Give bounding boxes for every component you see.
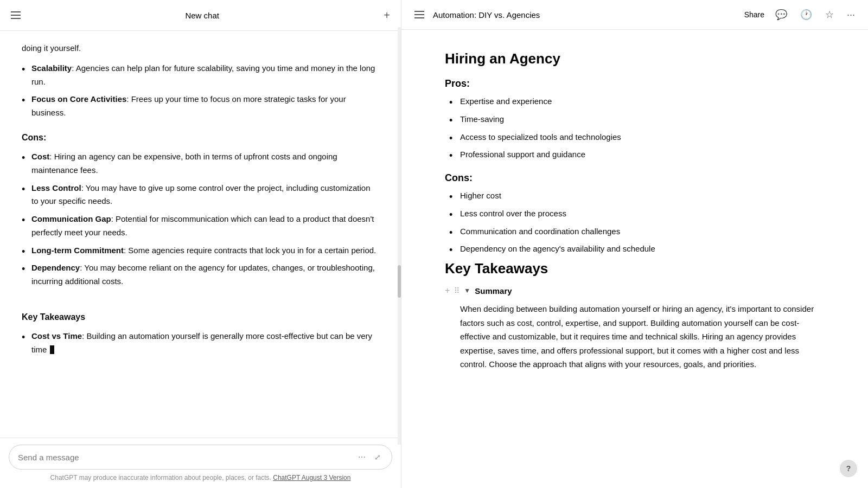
right-hamburger-icon — [414, 11, 424, 18]
summary-header: + ⠿ ▼ Summary — [445, 286, 825, 296]
chat-text: doing it yourself. Scalability: Agencies… — [22, 42, 379, 357]
right-pros-list: Expertise and experience Time-saving Acc… — [445, 95, 825, 162]
summary-content: When deciding between building automatio… — [445, 302, 825, 371]
left-panel: New chat + doing it yourself. Scalabilit… — [0, 0, 401, 488]
takeaways-list: Cost vs Time: Building an automation you… — [22, 330, 379, 357]
list-item: Less control over the process — [445, 207, 825, 221]
longterm-bold: Long-term Commitment — [31, 246, 124, 255]
help-button[interactable]: ? — [840, 460, 857, 477]
cost-bold: Cost — [31, 152, 49, 161]
menu-button[interactable] — [9, 9, 23, 21]
comm-gap-bold: Communication Gap — [31, 214, 111, 223]
pros-heading: Pros: — [445, 78, 825, 89]
more-options-icon[interactable]: ··· — [845, 7, 857, 23]
cons-heading: Cons: — [445, 172, 825, 184]
chat-input-icons: ⋯ ⤢ — [356, 451, 383, 464]
right-header: Automation: DIY vs. Agencies Share 💬 🕐 ☆… — [401, 0, 868, 30]
right-panel: Automation: DIY vs. Agencies Share 💬 🕐 ☆… — [401, 0, 868, 488]
history-icon[interactable]: 🕐 — [798, 7, 814, 23]
scalability-bold: Scalability — [31, 63, 72, 73]
list-item: Time-saving — [445, 113, 825, 126]
pros-list: Scalability: Agencies can help plan for … — [22, 62, 379, 120]
list-item: Dependency on the agency's availability … — [445, 242, 825, 256]
hamburger-icon — [11, 11, 21, 19]
chat-content: doing it yourself. Scalability: Agencies… — [0, 31, 401, 438]
summary-label: Summary — [475, 286, 512, 296]
list-item: Communication Gap: Potential for miscomm… — [22, 213, 379, 240]
left-header: New chat + — [0, 0, 401, 31]
list-item: Scalability: Agencies can help plan for … — [22, 62, 379, 89]
comment-icon[interactable]: 💬 — [773, 7, 789, 23]
cons-title: Cons: — [22, 131, 379, 145]
list-item: Communication and coordination challenge… — [445, 225, 825, 239]
footer-disclaimer: ChatGPT may produce inaccurate informati… — [50, 474, 273, 481]
chat-input-area: ⋯ ⤢ ChatGPT may produce inaccurate infor… — [0, 438, 401, 488]
attach-icon[interactable]: ⋯ — [356, 451, 368, 464]
intro-text: doing it yourself. — [22, 42, 379, 55]
takeaways-section: Key Takeaways + ⠿ ▼ Summary When decidin… — [445, 260, 825, 371]
footer-version-link[interactable]: ChatGPT August 3 Version — [273, 474, 350, 481]
less-control-bold: Less Control — [31, 183, 81, 192]
expand-icon[interactable]: ⤢ — [372, 451, 383, 464]
footer-text: ChatGPT may produce inaccurate informati… — [9, 474, 392, 484]
takeaways-title-left: Key Takeaways — [22, 310, 379, 324]
dependency-bold: Dependency — [31, 263, 80, 272]
list-item: Less Control: You may have to give up so… — [22, 182, 379, 209]
list-item: Expertise and experience — [445, 95, 825, 108]
star-icon[interactable]: ☆ — [823, 7, 836, 23]
list-item: Cost vs Time: Building an automation you… — [22, 330, 379, 357]
takeaways-heading: Key Takeaways — [445, 260, 825, 277]
focus-bold: Focus on Core Activities — [31, 94, 126, 104]
summary-block: + ⠿ ▼ Summary When deciding between buil… — [445, 286, 825, 371]
list-item: Professional support and guidance — [445, 148, 825, 162]
drag-handle-icon[interactable]: ⠿ — [454, 286, 459, 295]
new-chat-button[interactable]: + — [381, 8, 392, 23]
toggle-icon[interactable]: ▼ — [464, 287, 470, 294]
add-block-icon[interactable]: + — [445, 286, 450, 296]
list-item: Higher cost — [445, 189, 825, 203]
right-header-actions: Share 💬 🕐 ☆ ··· — [744, 7, 857, 23]
scrollbar-track[interactable] — [398, 27, 401, 445]
chat-input-box: ⋯ ⤢ — [9, 445, 392, 470]
right-cons-list: Higher cost Less control over the proces… — [445, 189, 825, 256]
section-heading: Hiring an Agency — [445, 50, 825, 67]
list-item: Cost: Hiring an agency can be expensive,… — [22, 150, 379, 177]
list-item: Long-term Commitment: Some agencies requ… — [22, 244, 379, 258]
list-item: Access to specialized tools and technolo… — [445, 131, 825, 144]
list-item: Dependency: You may become reliant on th… — [22, 261, 379, 288]
scrollbar-thumb[interactable] — [398, 265, 401, 298]
typing-cursor — [50, 345, 54, 354]
right-menu-button[interactable] — [412, 9, 426, 21]
document-title: Automation: DIY vs. Agencies — [433, 10, 738, 20]
message-input[interactable] — [18, 453, 356, 462]
chat-title: New chat — [185, 11, 219, 20]
cons-list: Cost: Hiring an agency can be expensive,… — [22, 150, 379, 288]
share-button[interactable]: Share — [744, 10, 764, 19]
list-item: Focus on Core Activities: Frees up your … — [22, 93, 379, 120]
right-content: Hiring an Agency Pros: Expertise and exp… — [401, 30, 868, 488]
hiring-section: Hiring an Agency Pros: Expertise and exp… — [445, 50, 825, 256]
cost-vs-time-bold: Cost vs Time — [31, 331, 82, 341]
